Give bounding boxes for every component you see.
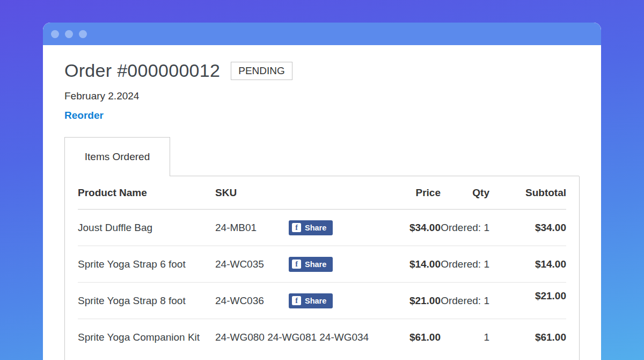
facebook-share-button[interactable]: f Share xyxy=(289,293,333,308)
item-price: $21.00 xyxy=(382,295,441,307)
window-titlebar xyxy=(43,23,601,45)
column-header-product: Product Name xyxy=(78,187,215,199)
table-row: Sprite Yoga Strap 8 foot 24-WC036 f Shar… xyxy=(78,283,566,319)
share-button-label: Share xyxy=(305,297,326,305)
facebook-share-button[interactable]: f Share xyxy=(289,220,333,235)
column-header-sku: SKU xyxy=(215,187,382,199)
items-ordered-panel: Product Name SKU Price Qty Subtotal Jous… xyxy=(64,176,580,360)
product-sku: 24-WC035 xyxy=(215,258,289,270)
item-subtotal: $34.00 xyxy=(489,222,566,234)
table-row: Joust Duffle Bag 24-MB01 f Share $34.00 … xyxy=(78,210,566,246)
window-close-dot[interactable] xyxy=(51,30,59,38)
order-window: Order #000000012 PENDING February 2.2024… xyxy=(43,23,601,360)
column-header-subtotal: Subtotal xyxy=(489,187,566,199)
product-name: Sprite Yoga Companion Kit xyxy=(78,328,215,347)
item-price: $14.00 xyxy=(382,258,441,270)
order-status-badge: PENDING xyxy=(231,62,292,80)
item-qty: 1 xyxy=(441,328,489,347)
product-sku: 24-WG080 24-WG081 24-WG034 xyxy=(215,328,369,347)
page-title: Order #000000012 xyxy=(64,60,220,81)
product-name: Sprite Yoga Strap 8 foot xyxy=(78,295,215,307)
facebook-share-button[interactable]: f Share xyxy=(289,257,333,272)
column-header-qty: Qty xyxy=(441,187,489,199)
table-header-row: Product Name SKU Price Qty Subtotal xyxy=(78,176,566,210)
product-name: Joust Duffle Bag xyxy=(78,222,215,234)
facebook-icon: f xyxy=(292,260,301,269)
product-sku: 24-WC036 xyxy=(215,295,289,307)
item-qty: Ordered: 1 xyxy=(441,295,489,307)
facebook-icon: f xyxy=(292,223,301,232)
item-qty: Ordered: 1 xyxy=(441,222,489,234)
window-maximize-dot[interactable] xyxy=(79,30,87,38)
item-subtotal: $21.00 xyxy=(489,290,566,302)
item-price: $34.00 xyxy=(382,222,441,234)
facebook-icon: f xyxy=(292,296,301,305)
item-subtotal: $61.00 xyxy=(489,328,566,347)
order-date: February 2.2024 xyxy=(64,90,580,102)
reorder-link[interactable]: Reorder xyxy=(64,110,104,121)
share-button-label: Share xyxy=(305,224,326,232)
tab-items-ordered[interactable]: Items Ordered xyxy=(64,137,170,176)
tab-items-ordered-label: Items Ordered xyxy=(85,151,150,163)
product-sku: 24-MB01 xyxy=(215,222,289,234)
share-button-label: Share xyxy=(305,260,326,269)
table-row: Sprite Yoga Strap 6 foot 24-WC035 f Shar… xyxy=(78,246,566,283)
window-minimize-dot[interactable] xyxy=(65,30,73,38)
product-name: Sprite Yoga Strap 6 foot xyxy=(78,258,215,270)
order-page-content: Order #000000012 PENDING February 2.2024… xyxy=(43,45,601,360)
order-title-row: Order #000000012 PENDING xyxy=(64,60,580,81)
item-qty: Ordered: 1 xyxy=(441,258,489,270)
item-subtotal: $14.00 xyxy=(489,258,566,270)
table-row: Sprite Yoga Companion Kit 24-WG080 24-WG… xyxy=(78,319,566,360)
item-price: $61.00 xyxy=(382,328,441,347)
column-header-price: Price xyxy=(382,187,441,199)
